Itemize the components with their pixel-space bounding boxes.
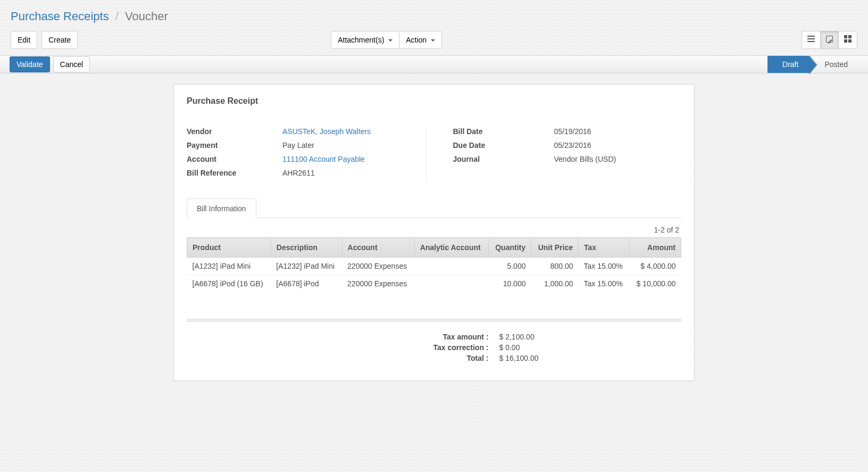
validate-button[interactable]: Validate [10, 56, 50, 72]
value-vendor[interactable]: ASUSTeK, Joseph Walters [282, 127, 371, 136]
list-view-button[interactable] [802, 31, 821, 49]
breadcrumb-current: Voucher [125, 10, 168, 23]
label-bill-date: Bill Date [453, 127, 554, 136]
action-label: Action [406, 36, 427, 44]
col-analytic-account[interactable]: Analytic Account [414, 238, 488, 258]
cell-unit-price: 800.00 [531, 258, 578, 275]
label-vendor: Vendor [187, 127, 282, 136]
col-account[interactable]: Account [342, 238, 414, 258]
value-payment: Pay Later [282, 141, 415, 150]
label-due-date: Due Date [453, 141, 554, 150]
view-switcher [802, 31, 857, 49]
cell-description: [A6678] iPod [271, 275, 342, 293]
cell-analytic [414, 275, 488, 293]
cell-account: 220000 Expenses [342, 275, 414, 293]
label-tax-correction: Tax correction : [382, 343, 489, 352]
breadcrumb-root[interactable]: Purchase Receipts [11, 10, 109, 23]
cell-amount: $ 4,000.00 [630, 258, 681, 275]
label-payment: Payment [187, 141, 282, 150]
table-row[interactable]: [A6678] iPod (16 GB)[A6678] iPod220000 E… [187, 275, 681, 293]
form-view-button[interactable] [820, 31, 839, 49]
value-tax-amount: $ 2,100.00 [499, 333, 558, 341]
cell-account: 220000 Expenses [342, 258, 414, 275]
cell-product: [A1232] iPad Mini [187, 258, 271, 275]
cell-analytic [414, 258, 488, 275]
create-button[interactable]: Create [41, 31, 78, 49]
label-journal: Journal [453, 155, 554, 163]
cell-quantity: 10.000 [488, 275, 531, 293]
lines-table: Product Description Account Analytic Acc… [187, 237, 681, 292]
attachments-action-group: Attachment(s) Action [331, 31, 442, 49]
list-icon [807, 35, 815, 43]
table-pager: 1-2 of 2 [187, 226, 679, 234]
value-account[interactable]: 111100 Account Payable [282, 155, 365, 163]
cell-tax: Tax 15.00% [579, 258, 630, 275]
value-bill-date: 05/19/2016 [554, 127, 682, 136]
col-unit-price[interactable]: Unit Price [531, 238, 578, 258]
label-total: Total : [382, 354, 489, 362]
value-total: $ 16,100.00 [499, 354, 558, 362]
attachments-label: Attachment(s) [338, 36, 384, 44]
value-due-date: 05/23/2016 [554, 141, 682, 150]
kanban-view-button[interactable] [838, 31, 857, 49]
attachments-dropdown[interactable]: Attachment(s) [331, 31, 399, 49]
label-account: Account [187, 155, 282, 163]
statusbar: Validate Cancel Draft Posted [0, 55, 868, 73]
value-bill-reference: AHR2611 [282, 169, 415, 177]
cell-unit-price: 1,000.00 [531, 275, 578, 293]
edit-button[interactable]: Edit [11, 31, 37, 49]
tab-bill-information[interactable]: Bill Information [187, 198, 256, 218]
cell-amount: $ 10,000.00 [630, 275, 681, 293]
breadcrumb-separator: / [115, 10, 119, 23]
value-tax-correction: $ 0.00 [499, 343, 558, 352]
section-divider [187, 319, 681, 322]
col-tax[interactable]: Tax [579, 238, 630, 258]
label-tax-amount: Tax amount : [382, 333, 489, 341]
kanban-icon [844, 35, 852, 43]
label-bill-reference: Bill Reference [187, 169, 282, 177]
caret-down-icon [388, 39, 393, 42]
cell-product: [A6678] iPod (16 GB) [187, 275, 271, 293]
status-draft[interactable]: Draft [767, 56, 809, 73]
action-dropdown[interactable]: Action [399, 31, 442, 49]
col-quantity[interactable]: Quantity [488, 238, 531, 258]
col-description[interactable]: Description [271, 238, 342, 258]
cell-description: [A1232] iPad Mini [271, 258, 342, 275]
col-product[interactable]: Product [187, 238, 271, 258]
page-title: Purchase Receipt [187, 96, 681, 106]
form-sheet: Purchase Receipt Vendor ASUSTeK, Joseph … [173, 84, 695, 381]
cell-tax: Tax 15.00% [579, 275, 630, 293]
caret-down-icon [431, 39, 435, 42]
cancel-button[interactable]: Cancel [53, 56, 90, 72]
value-journal: Vendor Bills (USD) [554, 155, 682, 163]
cell-quantity: 5.000 [488, 258, 531, 275]
form-icon [826, 36, 833, 43]
col-amount[interactable]: Amount [630, 238, 681, 258]
table-row[interactable]: [A1232] iPad Mini[A1232] iPad Mini220000… [187, 258, 681, 275]
breadcrumb: Purchase Receipts / Voucher [11, 10, 857, 23]
totals-block: Tax amount : $ 2,100.00 Tax correction :… [311, 333, 558, 362]
